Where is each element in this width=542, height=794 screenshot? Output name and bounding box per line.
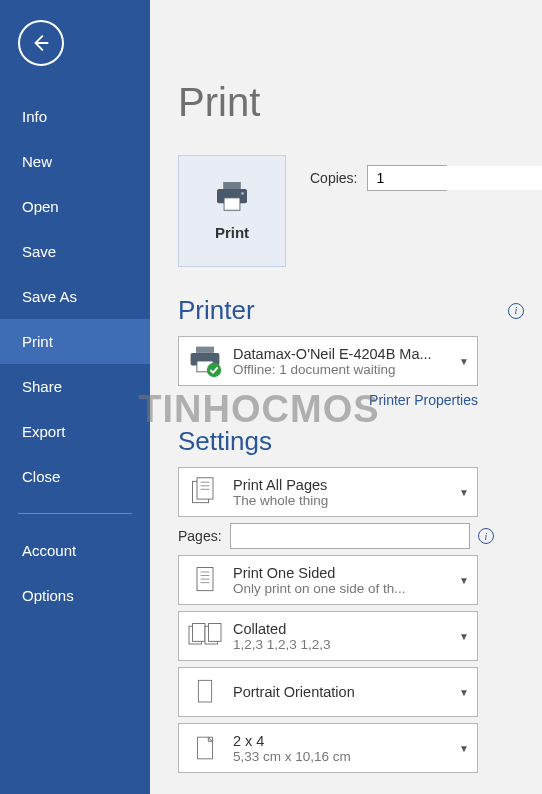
page-title: Print [178, 80, 524, 125]
svg-point-7 [207, 363, 221, 377]
chevron-down-icon: ▼ [459, 575, 469, 586]
paper-title: 2 x 4 [233, 733, 469, 749]
back-arrow-icon [30, 32, 52, 54]
collate-dropdown[interactable]: Collated 1,2,3 1,2,3 1,2,3 ▼ [178, 611, 478, 661]
svg-point-3 [241, 192, 244, 195]
print-what-sub: The whole thing [233, 493, 469, 508]
portrait-icon [187, 674, 223, 710]
sidebar-item-close[interactable]: Close [0, 454, 150, 499]
print-button-label: Print [215, 224, 249, 241]
sides-dropdown[interactable]: Print One Sided Only print on one side o… [178, 555, 478, 605]
chevron-down-icon: ▼ [459, 743, 469, 754]
pages-label: Pages: [178, 528, 222, 544]
print-all-pages-icon [187, 474, 223, 510]
sidebar-item-print[interactable]: Print [0, 319, 150, 364]
printer-status: Offline: 1 document waiting [233, 362, 469, 377]
printer-status-icon [187, 343, 223, 379]
pages-input[interactable] [230, 523, 470, 549]
paper-size-dropdown[interactable]: 2 x 4 5,33 cm x 10,16 cm ▼ [178, 723, 478, 773]
sidebar-item-share[interactable]: Share [0, 364, 150, 409]
svg-rect-9 [197, 478, 213, 499]
svg-rect-21 [209, 624, 221, 642]
sides-title: Print One Sided [233, 565, 469, 581]
one-sided-icon [187, 562, 223, 598]
sidebar-item-open[interactable]: Open [0, 184, 150, 229]
collate-title: Collated [233, 621, 469, 637]
paper-sub: 5,33 cm x 10,16 cm [233, 749, 469, 764]
sides-sub: Only print on one side of th... [233, 581, 469, 596]
printer-properties-link[interactable]: Printer Properties [178, 392, 478, 408]
printer-name: Datamax-O'Neil E-4204B Ma... [233, 346, 469, 362]
collated-icon [187, 618, 223, 654]
sidebar-item-account[interactable]: Account [0, 528, 150, 573]
copies-spinner[interactable]: ▲ ▼ [367, 165, 447, 191]
printer-heading: Printer [178, 295, 255, 326]
printer-info-icon[interactable]: i [508, 303, 524, 319]
chevron-down-icon: ▼ [459, 487, 469, 498]
copies-input[interactable] [368, 166, 542, 190]
copies-label: Copies: [310, 170, 357, 186]
print-button[interactable]: Print [178, 155, 286, 267]
back-button[interactable] [18, 20, 64, 66]
settings-heading: Settings [178, 426, 272, 457]
paper-size-icon [187, 730, 223, 766]
printer-dropdown[interactable]: Datamax-O'Neil E-4204B Ma... Offline: 1 … [178, 336, 478, 386]
printer-icon [214, 182, 250, 212]
chevron-down-icon: ▼ [459, 631, 469, 642]
print-what-dropdown[interactable]: Print All Pages The whole thing ▼ [178, 467, 478, 517]
svg-rect-4 [196, 347, 214, 353]
sidebar-item-save[interactable]: Save [0, 229, 150, 274]
svg-rect-2 [224, 197, 240, 209]
chevron-down-icon: ▼ [459, 687, 469, 698]
svg-rect-22 [198, 680, 211, 702]
sidebar-item-new[interactable]: New [0, 139, 150, 184]
svg-rect-0 [223, 182, 241, 189]
orientation-title: Portrait Orientation [233, 684, 355, 700]
backstage-sidebar: Info New Open Save Save As Print Share E… [0, 0, 150, 794]
sidebar-item-save-as[interactable]: Save As [0, 274, 150, 319]
svg-rect-19 [193, 624, 205, 642]
chevron-down-icon: ▼ [459, 356, 469, 367]
sidebar-item-options[interactable]: Options [0, 573, 150, 618]
print-what-title: Print All Pages [233, 477, 469, 493]
sidebar-separator [18, 513, 132, 514]
orientation-dropdown[interactable]: Portrait Orientation ▼ [178, 667, 478, 717]
sidebar-item-export[interactable]: Export [0, 409, 150, 454]
pages-info-icon[interactable]: i [478, 528, 494, 544]
collate-sub: 1,2,3 1,2,3 1,2,3 [233, 637, 469, 652]
main-panel: Print Print Copies: ▲ ▼ Printer i [150, 0, 542, 794]
sidebar-item-info[interactable]: Info [0, 94, 150, 139]
